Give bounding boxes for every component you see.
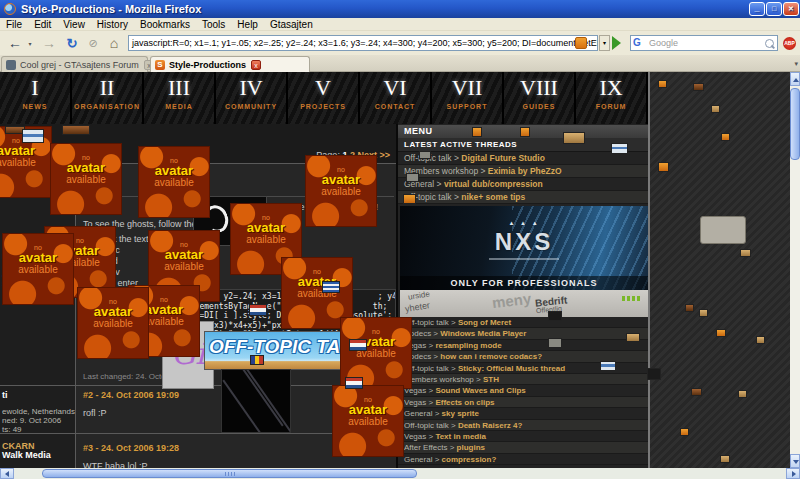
thread-link[interactable]: Vegas > Text in media [398, 431, 648, 442]
stop-button[interactable]: ⊘ [84, 34, 102, 52]
nav-label: FORUM [576, 103, 646, 110]
menu-gtasajten[interactable]: Gtasajten [264, 19, 319, 30]
thread-link[interactable]: Vegas > resampling mode [398, 340, 648, 351]
forward-button[interactable]: → [38, 34, 60, 52]
thread-link[interactable]: Members workshop > STH [398, 374, 648, 385]
close-button[interactable]: ✕ [783, 2, 799, 16]
ghost-small-icon [680, 428, 689, 436]
scroll-down-button[interactable] [790, 454, 800, 468]
browser-window: Style-Productions - Mozilla Firefox _ □ … [0, 0, 800, 479]
thread-title: Death Raiserz 4? [458, 421, 522, 430]
scroll-left-button[interactable] [0, 468, 14, 479]
ghost-small-icon [626, 333, 640, 342]
reload-button[interactable]: ↻ [62, 34, 82, 52]
address-dropdown-icon[interactable]: ▾ [599, 35, 610, 51]
go-arrow-icon[interactable] [612, 36, 621, 50]
nav-item-support[interactable]: VIISUPPORT [432, 72, 502, 124]
tab2-close-icon[interactable]: x [251, 60, 261, 70]
thread-link[interactable]: Vegas > Effects on clips [398, 397, 648, 408]
tab2-label: Style-Productions [169, 60, 246, 70]
nav-item-organisation[interactable]: IIORGANISATION [72, 72, 142, 124]
ghost-small-icon [740, 249, 751, 257]
no-avatar-ghost-box: noavataravailable [50, 143, 122, 215]
home-button[interactable]: ⌂ [104, 34, 124, 52]
title-bar[interactable]: Style-Productions - Mozilla Firefox _ □ … [0, 0, 800, 18]
search-icon[interactable] [765, 39, 774, 48]
menu-edit[interactable]: Edit [28, 19, 57, 30]
nav-item-community[interactable]: IVCOMMUNITY [216, 72, 286, 124]
thread-link[interactable]: After Effects > plugins [398, 442, 648, 453]
thread-category: General [404, 409, 432, 418]
ghost-small-icon [658, 162, 669, 172]
nxs-ad-banner[interactable]: ▲ ▲ ▲ NXS ONLY FOR PROFESSIONALS [400, 206, 648, 290]
offtopic-banner-text: OFF-TOPIC TAL [209, 336, 352, 358]
menu-history[interactable]: History [91, 19, 134, 30]
google-logo-icon[interactable]: G [633, 37, 641, 48]
thread-link[interactable]: General > sky sprite [398, 408, 648, 419]
avatar-box-line3: available [0, 157, 51, 168]
tab-bar: Cool grej - GTAsajtens Forum x S Style-P… [0, 55, 800, 72]
thread-link[interactable]: General > virtual dub/compression [398, 178, 648, 191]
search-input[interactable]: G Google [630, 35, 778, 51]
nav-label: MEDIA [144, 103, 214, 110]
horizontal-scroll-thumb[interactable] [42, 469, 417, 478]
thread-title: Song of Meret [458, 318, 511, 327]
thread-title: how can i remove codacs? [440, 352, 542, 361]
nav-item-media[interactable]: IIIMEDIA [144, 72, 214, 124]
nav-item-projects[interactable]: VPROJECTS [288, 72, 358, 124]
thread-link[interactable]: General > compression? [398, 454, 648, 465]
flag-icon-gr [322, 281, 340, 293]
tab1-label: Cool grej - GTAsajtens Forum [20, 60, 139, 70]
vertical-scroll-thumb[interactable] [790, 88, 800, 160]
rss-icon[interactable] [575, 37, 587, 49]
ghost-small-icon [699, 309, 708, 317]
back-button[interactable]: ← [4, 34, 26, 52]
thread-link[interactable]: Members workshop > Eximia by PheZzO [398, 165, 648, 178]
banner2-word: meny [491, 290, 532, 311]
vertical-scrollbar[interactable] [790, 72, 800, 468]
thread-category: General [404, 455, 432, 464]
navigation-toolbar: ← ▾ → ↻ ⊘ ⌂ javascript:R=0; x1=.1; y1=.0… [0, 31, 800, 55]
flag-icon-ro [250, 355, 264, 365]
post3-body: WTF haha lol :P [83, 461, 148, 468]
thread-title: Digital Future Studio [461, 153, 545, 163]
nav-label: NEWS [0, 103, 70, 110]
maximize-button[interactable]: □ [766, 2, 782, 16]
menu-tools[interactable]: Tools [196, 19, 231, 30]
tab-gtasajtens-forum[interactable]: Cool grej - GTAsajtens Forum x [1, 56, 148, 72]
thread-separator: > [452, 153, 462, 163]
thread-link[interactable]: Off-topic talk > Song of Meret [398, 317, 648, 328]
thread-link[interactable]: Vegas > Sound Waves and Clips [398, 385, 648, 396]
menu-bookmarks[interactable]: Bookmarks [134, 19, 196, 30]
scroll-up-button[interactable] [790, 72, 800, 86]
ghost-small-icon [693, 83, 704, 91]
search-placeholder: Google [649, 38, 678, 48]
scroll-right-button[interactable] [786, 468, 800, 479]
thread-link[interactable]: Off-topic talk > nike+ some tips [398, 191, 648, 204]
nav-label: SUPPORT [432, 103, 502, 110]
gray-ad-banner[interactable]: meny urside yheter Bedrift Offentlig [400, 290, 648, 317]
ghost-small-icon [419, 151, 431, 159]
thread-link[interactable]: Codecs > Windows Media Player [398, 328, 648, 339]
nav-item-guides[interactable]: VIIIGUIDES [504, 72, 574, 124]
thread-separator: > [431, 329, 440, 338]
avatar-box-line3: available [282, 288, 352, 299]
address-bar[interactable]: javascript:R=0; x1=.1; y1=.05; x2=.25; y… [128, 35, 598, 51]
adblock-icon[interactable]: ABP [783, 37, 796, 50]
nav-item-forum[interactable]: IXFORUM [576, 72, 646, 124]
horizontal-scrollbar[interactable] [0, 468, 800, 479]
menu-view[interactable]: View [57, 19, 91, 30]
minimize-button[interactable]: _ [749, 2, 765, 16]
avatar-box-line2: avatar [51, 161, 121, 174]
nav-item-news[interactable]: INEWS [0, 72, 70, 124]
avatar-box-line3: available [139, 177, 209, 188]
nav-numeral: IX [576, 72, 646, 101]
list-all-tabs-icon[interactable]: ▾ [794, 60, 798, 68]
firefox-icon [4, 3, 16, 15]
back-dropdown-icon[interactable]: ▾ [26, 34, 34, 52]
menu-file[interactable]: File [0, 19, 28, 30]
menu-help[interactable]: Help [231, 19, 264, 30]
thread-link[interactable]: Off-topic talk > Death Raiserz 4? [398, 420, 648, 431]
tab-style-productions[interactable]: S Style-Productions x [150, 56, 310, 72]
nav-item-contact[interactable]: VICONTACT [360, 72, 430, 124]
